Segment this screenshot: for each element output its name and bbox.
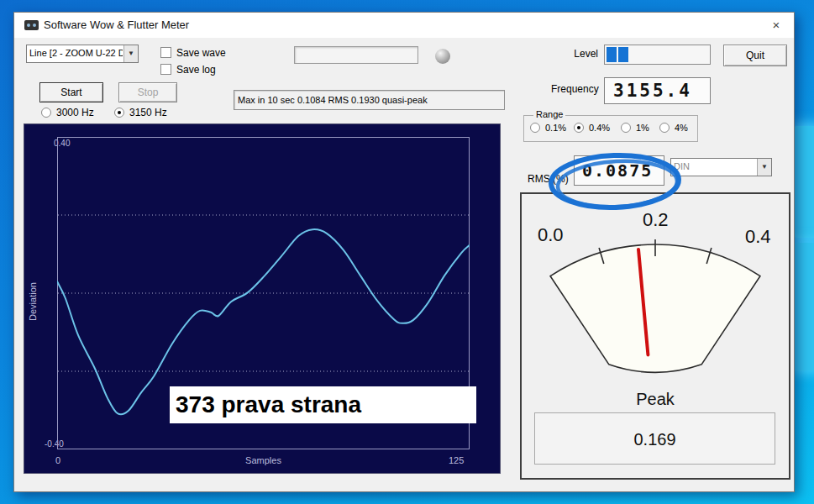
range-4-label: 4% xyxy=(675,123,688,133)
desktop-glow-rect xyxy=(793,243,814,370)
start-button[interactable]: Start xyxy=(39,82,103,102)
meter-gauge xyxy=(522,194,789,389)
audio-device-value: Line [2 - ZOOM U-22 Di xyxy=(29,48,123,58)
y-axis-label: Deviation xyxy=(28,268,38,335)
chevron-down-icon[interactable]: ▼ xyxy=(123,45,138,62)
range-group-label: Range xyxy=(533,109,565,119)
audio-device-select[interactable]: Line [2 - ZOOM U-22 Di ▼ xyxy=(26,45,139,63)
save-wave-checkbox[interactable]: Save wave xyxy=(160,47,226,59)
peak-label: Peak xyxy=(522,390,789,409)
x-tick-right: 125 xyxy=(449,455,464,465)
titlebar[interactable]: Software Wow & Flutter Meter × xyxy=(14,13,794,38)
radio-range-0.4[interactable]: 0.4% xyxy=(574,123,610,133)
radio-circle[interactable] xyxy=(530,123,540,133)
peak-value-display: 0.169 xyxy=(534,412,775,465)
analog-meter-panel: 0.0 0.2 0.4 Peak 0.169 xyxy=(520,192,790,480)
radio-circle[interactable] xyxy=(114,108,124,118)
level-progressbar xyxy=(604,45,711,65)
checkbox-box[interactable] xyxy=(160,64,171,75)
window-title: Software Wow & Flutter Meter xyxy=(44,18,189,31)
range-0.1-label: 0.1% xyxy=(545,123,566,133)
radio-circle[interactable] xyxy=(659,123,670,133)
radio-3150hz[interactable]: 3150 Hz xyxy=(114,107,167,118)
radio-3000hz[interactable]: 3000 Hz xyxy=(41,107,94,118)
x-axis-label: Samples xyxy=(57,455,470,465)
comment-input[interactable] xyxy=(294,46,418,64)
desktop-background: Software Wow & Flutter Meter × Line [2 -… xyxy=(0,0,814,504)
level-label: Level xyxy=(552,48,598,60)
stop-button[interactable]: Stop xyxy=(118,82,177,102)
frequency-display: 3155.4 xyxy=(604,77,711,104)
save-log-checkbox[interactable]: Save log xyxy=(160,64,216,76)
status-led-icon xyxy=(435,49,450,64)
weighting-value: DIN xyxy=(674,161,756,171)
rms-label: RMS (%) xyxy=(528,173,569,185)
rms-display: 0.0875 xyxy=(574,155,664,186)
range-1-label: 1% xyxy=(636,123,649,133)
chart-annotation: 373 prava strana xyxy=(170,386,476,423)
range-0.4-label: 0.4% xyxy=(589,123,610,133)
radio-circle[interactable] xyxy=(41,108,51,118)
radio-circle[interactable] xyxy=(621,123,631,133)
chevron-down-icon[interactable]: ▼ xyxy=(757,159,771,176)
cassette-app-icon xyxy=(24,20,39,30)
weighting-select[interactable]: DIN ▼ xyxy=(670,158,772,176)
radio-circle[interactable] xyxy=(574,123,584,133)
desktop-glow-rect xyxy=(793,126,814,238)
frequency-label: Frequency xyxy=(551,83,599,95)
save-wave-label: Save wave xyxy=(176,47,226,59)
radio-3000hz-label: 3000 Hz xyxy=(56,107,94,118)
close-button[interactable]: × xyxy=(762,14,790,36)
radio-range-1[interactable]: 1% xyxy=(621,123,649,133)
status-message: Max in 10 sec 0.1084 RMS 0.1930 quasi-pe… xyxy=(234,90,505,110)
radio-3150hz-label: 3150 Hz xyxy=(129,107,167,118)
save-log-label: Save log xyxy=(176,64,216,76)
radio-range-4[interactable]: 4% xyxy=(659,123,688,133)
checkbox-box[interactable] xyxy=(160,47,171,58)
level-segment xyxy=(607,47,617,62)
level-segment xyxy=(618,47,628,62)
quit-button[interactable]: Quit xyxy=(723,45,787,66)
radio-range-0.1[interactable]: 0.1% xyxy=(530,123,566,133)
app-window: Software Wow & Flutter Meter × Line [2 -… xyxy=(13,12,795,492)
deviation-chart-panel: 0.40 -0.40 Deviation 0 Samples 125 373 p… xyxy=(24,123,501,474)
